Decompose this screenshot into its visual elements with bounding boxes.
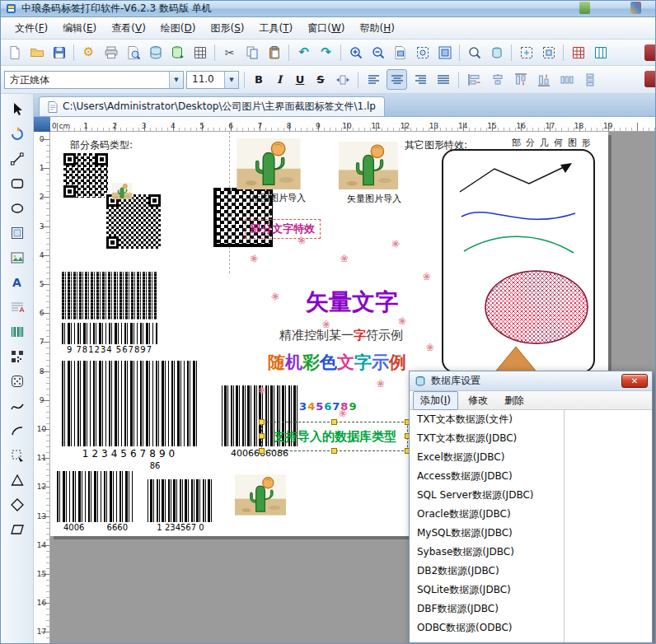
precise-text-object[interactable]: 精准控制某一字符示例 <box>279 328 403 343</box>
close-button[interactable]: ✕ <box>621 374 648 388</box>
database-button[interactable] <box>145 42 166 63</box>
resize-handle[interactable] <box>259 448 265 454</box>
select-all-button[interactable] <box>538 42 559 63</box>
distribute-horizontal-button[interactable] <box>556 69 577 90</box>
list-item[interactable]: MySQL数据源(JDBC) <box>411 524 564 543</box>
list-item[interactable]: TXT文本数据源(JDBC) <box>411 429 564 448</box>
triangle-tool[interactable] <box>6 469 29 491</box>
select-tool[interactable] <box>6 99 29 120</box>
document-tab[interactable]: C:\Users\Administrator\Desktop\公司图片\主界面截… <box>39 96 385 116</box>
chevron-down-icon[interactable]: ▼ <box>224 72 238 88</box>
zoom-in-button[interactable] <box>345 42 366 63</box>
qr-code-object[interactable] <box>105 193 162 250</box>
paste-button[interactable] <box>264 42 284 63</box>
open-file-button[interactable] <box>26 42 47 63</box>
align-objects-left-button[interactable] <box>464 69 485 90</box>
align-objects-hcenter-button[interactable] <box>487 69 508 90</box>
toolbar-overflow-icon[interactable] <box>644 44 655 61</box>
text-tool[interactable]: A <box>6 272 29 293</box>
random-color-text-object[interactable]: 随机彩色文字示例 <box>268 351 406 374</box>
bitmap-import-label[interactable]: 位图图片导入 <box>251 192 306 204</box>
image-tool[interactable] <box>6 247 29 268</box>
list-item[interactable]: DB2数据源(JDBC) <box>411 562 564 581</box>
resize-handle[interactable] <box>259 433 265 439</box>
char-spacing-button[interactable] <box>332 69 353 90</box>
bold-button[interactable]: B <box>250 71 268 89</box>
copy-button[interactable] <box>241 42 262 63</box>
node-edit-tool[interactable] <box>6 445 29 466</box>
diamond-tool[interactable] <box>6 494 29 516</box>
menu-item-help[interactable]: 帮助(H) <box>352 18 401 39</box>
fit-window-button[interactable] <box>434 42 455 63</box>
list-item[interactable]: Oracle数据源(JDBC) <box>411 505 564 524</box>
distribute-vertical-button[interactable] <box>579 69 600 90</box>
align-grid-button[interactable] <box>590 42 611 63</box>
ellipse-tool[interactable] <box>6 198 29 219</box>
list-item[interactable]: ODBC数据源(ODBC) <box>411 618 564 637</box>
menu-item-tools[interactable]: 工具(T) <box>251 18 300 39</box>
dialog-menu-delete[interactable]: 删除 <box>498 392 531 409</box>
geometry-panel-object[interactable] <box>442 149 595 373</box>
snap-grid-button[interactable] <box>568 42 588 63</box>
menu-item-shape[interactable]: 图形(S) <box>203 18 251 39</box>
dialog-title-bar[interactable]: 数据库设置 ✕ <box>410 371 652 391</box>
line-tool[interactable] <box>6 148 29 170</box>
align-left-button[interactable] <box>363 69 384 90</box>
select-region-button[interactable] <box>516 42 537 63</box>
actual-size-button[interactable] <box>390 42 410 63</box>
zoom-region-button[interactable] <box>412 42 433 63</box>
font-size-combo[interactable]: 11.0▼ <box>186 71 239 89</box>
undo-button[interactable]: ↶ <box>293 42 314 63</box>
find-button[interactable] <box>464 42 485 63</box>
menu-item-view[interactable]: 查看(V) <box>104 18 153 39</box>
qr-code-object[interactable] <box>62 152 110 199</box>
text-block-tool[interactable] <box>6 296 29 318</box>
redo-button[interactable]: ↷ <box>316 42 336 63</box>
toolbar-overflow-icon[interactable] <box>644 71 655 87</box>
list-item[interactable]: Sybase数据源(JDBC) <box>411 543 564 562</box>
resize-handle[interactable] <box>331 448 337 454</box>
embedded-image[interactable] <box>111 183 133 199</box>
geometry-label[interactable]: 部分几何图形 <box>512 137 596 149</box>
underline-button[interactable]: U <box>291 71 309 89</box>
bitmap-image-object[interactable] <box>237 138 301 189</box>
strikethrough-button[interactable]: S <box>312 71 330 89</box>
code128-barcode-object[interactable] <box>62 361 199 446</box>
align-right-button[interactable] <box>410 69 430 90</box>
italic-button[interactable]: I <box>270 71 288 89</box>
list-item[interactable]: Access数据源(JDBC) <box>411 467 564 486</box>
list-item[interactable]: TXT文本数据源(文件) <box>411 410 564 429</box>
resize-handle[interactable] <box>331 419 337 425</box>
grid-toggle-button[interactable] <box>190 42 210 63</box>
list-item[interactable]: SQLite数据源(JDBC) <box>411 581 564 600</box>
database-sync-button[interactable] <box>167 42 188 63</box>
print-preview-button[interactable] <box>123 42 143 63</box>
pdf417-object[interactable] <box>62 272 157 320</box>
bitmap-image-object[interactable] <box>235 471 286 519</box>
vector-text-object[interactable]: 矢量文字 <box>306 287 398 318</box>
save-button[interactable] <box>49 42 69 63</box>
arc-tool[interactable] <box>6 420 29 441</box>
resize-handle[interactable] <box>259 419 265 425</box>
list-item[interactable]: SQL Server数据源(JDBC) <box>411 486 564 505</box>
barcode-types-label[interactable]: 部分条码类型: <box>70 138 133 152</box>
align-center-button[interactable] <box>387 69 407 90</box>
dotcode-tool[interactable] <box>6 371 29 392</box>
menu-item-draw[interactable]: 绘图(D) <box>153 18 204 39</box>
font-family-combo[interactable]: 方正姚体▼ <box>4 71 184 89</box>
title-bar[interactable]: 中琅条码标签打印软件-V6.2.3 数码版 单机 <box>1 1 655 17</box>
align-objects-bottom-button[interactable] <box>533 69 554 90</box>
selected-text-object[interactable]: 支持导入的数据库类型 <box>261 422 408 451</box>
vector-import-label[interactable]: 矢量图片导入 <box>347 193 401 205</box>
dialog-menu-add[interactable]: 添加(I) <box>413 391 458 410</box>
chevron-down-icon[interactable]: ▼ <box>169 72 183 88</box>
ean13-barcode-object[interactable] <box>62 323 157 344</box>
list-item[interactable]: Excel数据源(JDBC) <box>411 448 564 467</box>
data-source-list[interactable]: TXT文本数据源(文件) TXT文本数据源(JDBC) Excel数据源(JDB… <box>411 410 565 642</box>
zoom-out-button[interactable] <box>368 42 388 63</box>
frame-tool[interactable] <box>6 222 29 244</box>
ean8-barcode-object[interactable] <box>57 471 134 522</box>
rounded-rect-tool[interactable] <box>6 173 29 194</box>
align-justify-button[interactable] <box>433 69 453 90</box>
vector-image-object[interactable] <box>337 142 400 189</box>
